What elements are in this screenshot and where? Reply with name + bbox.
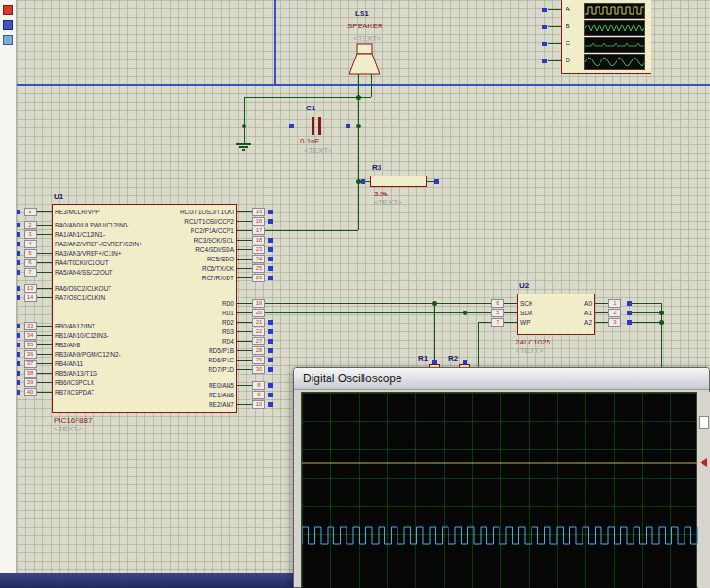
pin-number: 3 <box>608 318 621 327</box>
wire-segment[interactable] <box>434 303 435 361</box>
node-handle <box>268 276 273 280</box>
lightblue-marker-icon[interactable] <box>3 35 13 45</box>
pin-stub[interactable] <box>237 385 252 386</box>
pin-stub[interactable] <box>237 395 252 395</box>
pin-stub[interactable] <box>237 221 252 222</box>
junction-dot <box>242 124 246 128</box>
wire-segment[interactable] <box>631 312 661 313</box>
wire-segment[interactable] <box>321 126 358 126</box>
ground-symbol <box>242 149 245 151</box>
oscilloscope-window-titlebar[interactable]: Digital Oscilloscope <box>294 368 709 390</box>
node-handle <box>268 367 273 372</box>
wire-segment[interactable] <box>251 303 491 304</box>
pin-stub[interactable] <box>37 335 52 336</box>
bus-segment[interactable] <box>274 0 276 86</box>
wire-segment[interactable] <box>548 9 561 10</box>
pin-stub[interactable] <box>37 392 52 393</box>
pin-stub[interactable] <box>37 373 52 374</box>
scope-channel-a-thumbnail <box>584 3 645 19</box>
pin-stub[interactable] <box>237 331 252 332</box>
pin-number: 37 <box>24 360 37 368</box>
pin-stub[interactable] <box>237 350 252 351</box>
pin-stub[interactable] <box>37 363 52 364</box>
bus-segment[interactable] <box>16 84 710 86</box>
pin-number: 28 <box>252 346 265 355</box>
pin-stub[interactable] <box>37 262 52 263</box>
pin-stub[interactable] <box>237 369 252 370</box>
trigger-level-marker[interactable] <box>700 458 707 467</box>
pin-label: WP <box>520 318 530 327</box>
pin-stub[interactable] <box>37 244 52 244</box>
pin-stub[interactable] <box>237 277 252 278</box>
pin-stub[interactable] <box>237 303 252 304</box>
pin-stub[interactable] <box>237 249 252 250</box>
pin-stub[interactable] <box>595 303 608 304</box>
pin-number: 10 <box>252 400 265 409</box>
blue-marker-icon[interactable] <box>3 20 13 30</box>
oscilloscope-part-body[interactable] <box>561 0 651 74</box>
c1-capacitor-plate[interactable] <box>318 117 321 135</box>
component-text: <TEXT> <box>54 425 82 433</box>
pin-stub[interactable] <box>37 326 52 327</box>
pin-stub[interactable] <box>37 253 52 254</box>
red-marker-icon[interactable] <box>3 5 13 15</box>
pin-stub[interactable] <box>237 404 252 405</box>
ground-symbol[interactable] <box>236 143 251 145</box>
pin-stub[interactable] <box>237 268 252 269</box>
pin-stub[interactable] <box>37 354 52 355</box>
pin-number: 7 <box>24 268 37 277</box>
pin-stub[interactable] <box>37 344 52 345</box>
pin-stub[interactable] <box>237 230 252 231</box>
wire-segment[interactable] <box>548 43 561 44</box>
pin-stub[interactable] <box>237 211 252 212</box>
wire-segment[interactable] <box>244 126 312 126</box>
pin-stub[interactable] <box>37 272 52 273</box>
wire-segment[interactable] <box>548 60 561 61</box>
pin-stub[interactable] <box>37 234 52 235</box>
pin-stub[interactable] <box>237 312 252 313</box>
pin-stub[interactable] <box>237 341 252 342</box>
wire-segment[interactable] <box>478 322 491 323</box>
pin-number: 29 <box>252 356 265 364</box>
pin-stub[interactable] <box>504 312 517 313</box>
wire-segment[interactable] <box>478 322 479 370</box>
wire-segment[interactable] <box>631 322 661 323</box>
pin-stub[interactable] <box>595 322 608 323</box>
pin-stub[interactable] <box>595 312 608 313</box>
pin-stub[interactable] <box>37 211 52 212</box>
pin-stub[interactable] <box>504 322 517 323</box>
pin-stub[interactable] <box>237 360 252 361</box>
pin-stub[interactable] <box>37 382 52 383</box>
speaker-symbol[interactable] <box>344 42 385 79</box>
c1-capacitor-plate[interactable] <box>312 117 314 135</box>
oscilloscope-window[interactable]: Digital Oscilloscope <box>293 367 710 588</box>
pin-stub[interactable] <box>37 225 52 226</box>
pin-stub[interactable] <box>237 322 252 323</box>
wire-segment[interactable] <box>465 312 465 361</box>
pin-label: A1 <box>584 309 592 317</box>
pin-stub[interactable] <box>504 303 517 304</box>
r3-resistor-body[interactable] <box>370 176 427 187</box>
pin-label: RD2 <box>222 318 234 327</box>
pin-stub[interactable] <box>237 259 252 260</box>
pin-label: RB1/AN10/C12IN3- <box>55 331 109 340</box>
pin-number: 16 <box>252 217 265 226</box>
wire-segment[interactable] <box>244 97 371 98</box>
pin-stub[interactable] <box>237 240 252 241</box>
wire-segment[interactable] <box>251 230 358 231</box>
taskbar[interactable] <box>0 573 294 588</box>
pin-stub[interactable] <box>37 288 52 289</box>
component-ref: U2 <box>519 281 529 290</box>
wire-segment[interactable] <box>548 26 561 27</box>
schematic-canvas[interactable]: U1 PIC16F887 <TEXT> U2 24LC1025 <TEXT> C… <box>0 0 710 588</box>
component-ref: R2 <box>448 354 458 362</box>
component-value: PIC16F887 <box>54 416 92 425</box>
pin-label: RA2/AN2/VREF-/CVREF/C2IN+ <box>55 240 143 248</box>
pin-stub[interactable] <box>37 297 52 298</box>
wire-segment[interactable] <box>251 312 491 313</box>
pin-label: RE3/MCLR/VPP <box>55 208 100 216</box>
scope-panel-fragment[interactable] <box>699 416 709 429</box>
wire-segment[interactable] <box>631 303 661 304</box>
wire-segment[interactable] <box>244 97 245 143</box>
pin-number: 25 <box>252 264 265 273</box>
